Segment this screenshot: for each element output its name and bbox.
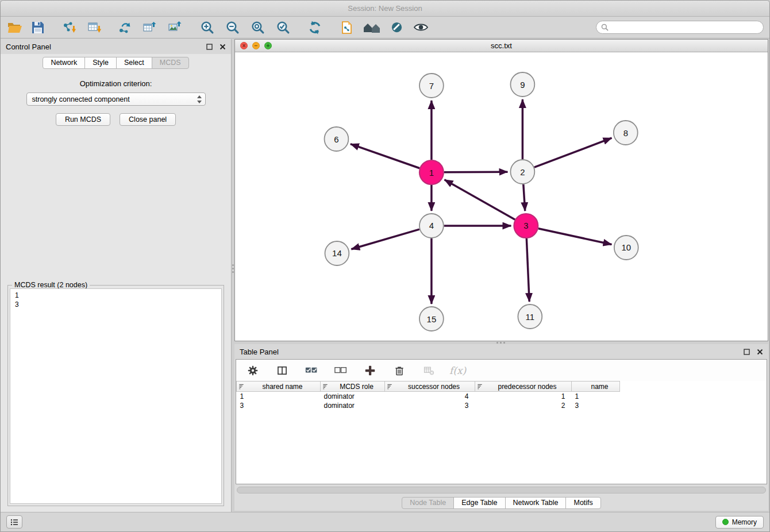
refresh-view-button[interactable] — [306, 19, 324, 36]
node-14[interactable]: 14 — [325, 241, 349, 265]
criterion-dropdown[interactable]: strongly connected component — [26, 92, 206, 106]
node-label: 3 — [523, 221, 528, 230]
show-column-button[interactable] — [274, 362, 291, 379]
edge-1-6[interactable] — [351, 144, 419, 168]
tab-network-table[interactable]: Network Table — [505, 497, 567, 509]
tab-mcds[interactable]: MCDS — [152, 57, 189, 69]
table-panel-header: Table Panel — [234, 344, 768, 359]
zoom-out-button[interactable] — [224, 19, 241, 36]
unselect-all-button[interactable] — [332, 362, 349, 379]
edge-1-2[interactable] — [444, 172, 508, 172]
node-8[interactable]: 8 — [614, 121, 638, 145]
function-builder-icon[interactable]: f(x) — [449, 365, 466, 376]
node-1[interactable]: 1 — [419, 160, 444, 184]
horizontal-scrollbar[interactable] — [237, 487, 766, 494]
tab-select[interactable]: Select — [116, 57, 152, 69]
search-box — [596, 21, 764, 34]
table-cell: dominator — [321, 401, 385, 410]
float-panel-icon[interactable] — [206, 44, 213, 50]
table-row[interactable]: 1dominator411 — [237, 392, 620, 401]
search-input[interactable] — [611, 24, 759, 32]
window-titlebar[interactable]: Session: New Session — [1, 1, 769, 17]
gear-icon — [247, 365, 259, 376]
maximize-view-button[interactable]: + — [264, 42, 272, 49]
criterion-selected-value: strongly connected component — [32, 95, 130, 103]
tab-edge-table[interactable]: Edge Table — [453, 497, 505, 509]
node-11[interactable]: 11 — [518, 304, 542, 329]
edge-3-1[interactable] — [444, 180, 515, 219]
show-hide-graphics-button[interactable] — [412, 19, 429, 36]
mcds-result-item[interactable]: 1 — [15, 291, 217, 300]
open-session-button[interactable] — [6, 19, 24, 36]
close-table-panel-icon[interactable] — [757, 349, 763, 355]
memory-status-icon — [722, 519, 729, 525]
table-settings-button[interactable] — [244, 362, 261, 379]
mcds-result-item[interactable]: 3 — [15, 300, 217, 309]
node-2[interactable]: 2 — [510, 160, 534, 184]
application-window: Session: New Session — [0, 0, 770, 532]
close-panel-icon[interactable] — [220, 44, 226, 50]
import-network-icon — [62, 21, 76, 34]
open-network-document-button[interactable] — [338, 19, 356, 36]
add-row-button[interactable] — [361, 362, 379, 379]
export-image-button[interactable] — [166, 19, 183, 36]
network-graph[interactable]: 7968124314101511 — [235, 52, 768, 341]
column-header-predecessor-nodes[interactable]: predecessor nodes — [475, 381, 572, 392]
table-panel: Table Panel — [234, 344, 768, 511]
tab-network[interactable]: Network — [43, 57, 85, 69]
edge-2-8[interactable] — [534, 138, 612, 167]
column-header-shared-name[interactable]: shared name — [237, 381, 321, 392]
export-table-button[interactable] — [141, 19, 158, 36]
minimize-view-button[interactable]: − — [252, 42, 260, 49]
tab-style[interactable]: Style — [84, 57, 117, 69]
delete-table-button[interactable] — [420, 362, 437, 379]
search-icon — [601, 24, 609, 31]
close-view-button[interactable]: × — [240, 42, 248, 49]
node-label: 15 — [427, 314, 437, 323]
memory-button[interactable]: Memory — [715, 516, 764, 529]
table-row[interactable]: 3dominator323 — [237, 401, 620, 410]
column-header-name[interactable]: name — [572, 381, 620, 392]
export-network-button[interactable] — [116, 19, 133, 36]
zoom-selected-button[interactable] — [274, 19, 291, 36]
network-window-titlebar[interactable]: × − + scc.txt — [235, 40, 768, 52]
zoom-fit-button[interactable] — [249, 19, 266, 36]
export-table-icon — [143, 21, 156, 34]
edge-4-14[interactable] — [351, 229, 419, 249]
table-header-row: shared name MCDS role — [237, 381, 620, 392]
node-4[interactable]: 4 — [419, 214, 444, 238]
zoom-in-button[interactable] — [198, 19, 215, 36]
node-10[interactable]: 10 — [614, 236, 638, 260]
node-3[interactable]: 3 — [514, 214, 538, 238]
column-header-successor-nodes[interactable]: successor nodes — [385, 381, 475, 392]
plus-icon — [364, 364, 376, 377]
float-table-panel-icon[interactable] — [744, 349, 750, 355]
network-document-icon — [340, 21, 354, 34]
tab-motifs[interactable]: Motifs — [565, 497, 600, 509]
import-network-button[interactable] — [60, 19, 78, 36]
run-mcds-button[interactable]: Run MCDS — [56, 113, 110, 126]
tab-node-table[interactable]: Node Table — [402, 497, 454, 509]
network-canvas[interactable]: 7968124314101511 — [235, 52, 768, 341]
column-header-mcds-role[interactable]: MCDS role — [321, 381, 385, 392]
save-session-button[interactable] — [29, 19, 47, 36]
node-9[interactable]: 9 — [510, 72, 534, 97]
apply-style-button[interactable] — [388, 19, 405, 36]
node-7[interactable]: 7 — [419, 74, 444, 98]
select-all-button[interactable] — [303, 362, 320, 379]
table-cell: 2 — [475, 401, 572, 410]
home-layout-button[interactable] — [361, 19, 382, 36]
import-table-button[interactable] — [86, 19, 103, 36]
node-15[interactable]: 15 — [419, 307, 444, 331]
close-panel-button[interactable]: Close panel — [120, 113, 176, 126]
table-cell: 3 — [385, 401, 475, 410]
node-6[interactable]: 6 — [324, 127, 348, 151]
edge-3-10[interactable] — [538, 229, 612, 245]
edge-2-3[interactable] — [523, 184, 525, 211]
table-tabs: Node Table Edge Table Network Table Moti… — [234, 497, 768, 509]
edge-3-11[interactable] — [526, 238, 529, 302]
delete-row-button[interactable] — [391, 362, 408, 379]
status-bar: Memory — [1, 512, 769, 531]
show-panel-list-button[interactable] — [6, 515, 22, 529]
node-label: 14 — [332, 248, 342, 258]
